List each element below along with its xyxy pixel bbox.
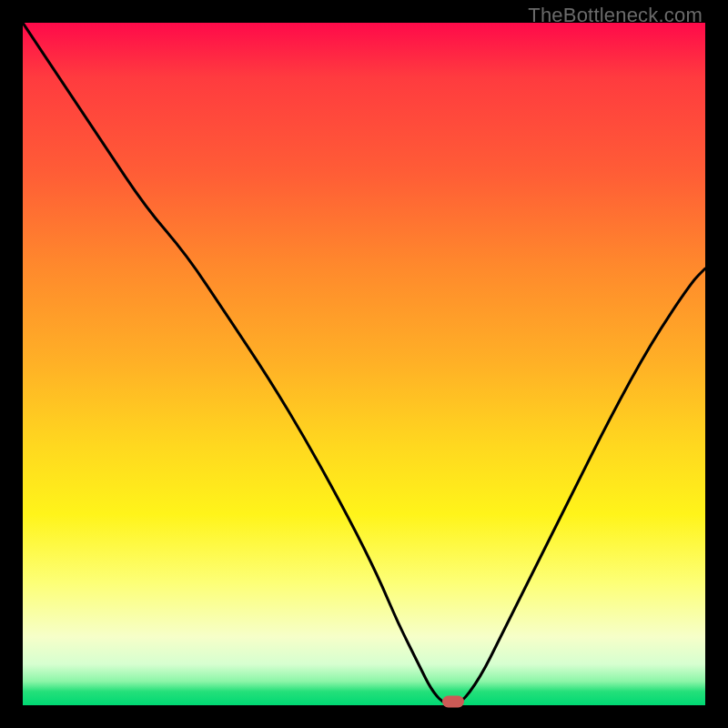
curve-layer xyxy=(23,23,705,705)
chart-frame: TheBottleneck.com xyxy=(0,0,728,728)
optimal-point-marker xyxy=(442,696,464,708)
plot-area xyxy=(23,23,705,705)
bottleneck-curve-path xyxy=(23,23,705,705)
